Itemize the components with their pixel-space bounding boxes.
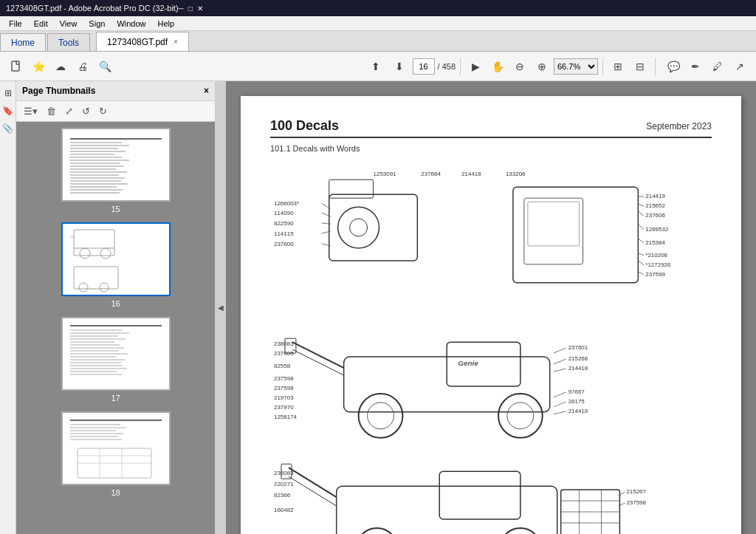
thumbnail-item[interactable]: 17 <box>61 317 171 403</box>
zoom-out-btn[interactable]: ⊖ <box>509 56 530 77</box>
menu-window[interactable]: Window <box>111 16 151 30</box>
fit-width-btn[interactable]: ⊟ <box>630 56 650 77</box>
pdf-header: 100 Decals September 2023 <box>270 118 712 138</box>
open-btn[interactable]: ☁ <box>50 56 71 77</box>
maximize-btn[interactable]: □ <box>188 4 193 13</box>
tab-document[interactable]: 1273408GT.pdf × <box>96 32 189 51</box>
menu-sign[interactable]: Sign <box>83 16 111 30</box>
thumbnail-label-17: 17 <box>111 394 120 403</box>
layers-icon[interactable]: ⊞ <box>1 86 16 100</box>
svg-rect-21 <box>63 222 169 296</box>
share-btn[interactable]: ↗ <box>729 56 750 77</box>
svg-text:82558: 82558 <box>274 363 291 369</box>
hand-tool-btn[interactable]: ✋ <box>487 56 508 77</box>
page-number-input[interactable] <box>413 58 435 75</box>
sidebar-undo-btn[interactable]: ↺ <box>79 104 93 118</box>
main-content: ⊞ 🔖 📎 Page Thumbnails × ☰▾ 🗑 ⤢ ↺ ↻ <box>0 81 756 534</box>
svg-point-133 <box>357 528 398 534</box>
sidebar-header: Page Thumbnails × <box>16 81 215 101</box>
svg-line-91 <box>638 204 644 206</box>
svg-line-100 <box>292 342 344 368</box>
svg-rect-80 <box>524 198 583 264</box>
svg-line-123 <box>554 359 566 364</box>
next-page-btn[interactable]: ⬇ <box>389 56 410 77</box>
menu-help[interactable]: Help <box>152 16 181 30</box>
sidebar-extract-btn[interactable]: ⤢ <box>62 104 76 118</box>
thumbnail-item[interactable]: 18 <box>61 411 171 497</box>
svg-text:237601: 237601 <box>568 344 588 351</box>
bookmark-btn[interactable]: ⭐ <box>28 56 49 77</box>
thumbnail-item[interactable]: 16 <box>61 222 171 308</box>
sidebar-close-btn[interactable]: × <box>204 86 209 96</box>
svg-text:238083: 238083 <box>274 340 294 347</box>
svg-text:236083: 236083 <box>274 470 294 476</box>
new-file-btn[interactable] <box>6 56 27 77</box>
svg-text:214418: 214418 <box>568 365 588 372</box>
pdf-date: September 2023 <box>646 121 712 131</box>
svg-line-131 <box>289 476 337 506</box>
separator-3 <box>655 58 656 75</box>
svg-point-63 <box>350 219 368 236</box>
zoom-in-btn[interactable]: ⊕ <box>532 56 552 77</box>
search-btn[interactable]: 🔍 <box>94 56 115 77</box>
sidebar-delete-btn[interactable]: 🗑 <box>44 104 59 118</box>
fit-page-btn[interactable]: ⊞ <box>608 56 628 77</box>
svg-text:82366: 82366 <box>274 492 291 499</box>
zoom-select[interactable]: 66.7% 50% 75% 100% 125% 150% <box>554 58 598 75</box>
comment-btn[interactable]: 💬 <box>663 56 684 77</box>
svg-text:237684: 237684 <box>421 171 441 177</box>
svg-text:237598: 237598 <box>626 499 646 506</box>
svg-line-125 <box>554 392 566 397</box>
toolbar: ⭐ ☁ 🖨 🔍 ⬆ ⬇ / 458 ▶ ✋ ⊖ ⊕ 66.7% 50% 75% … <box>0 52 756 81</box>
attach-icon[interactable]: 📎 <box>1 121 16 136</box>
sidebar-collapse-handle[interactable]: ◀ <box>216 81 226 534</box>
svg-text:160482: 160482 <box>274 507 294 513</box>
pointer-tool-btn[interactable]: ▶ <box>465 56 486 77</box>
svg-line-130 <box>289 468 337 497</box>
svg-text:*1272926: *1272926 <box>645 261 671 268</box>
bookmarks-icon[interactable]: 🔖 <box>1 103 16 118</box>
minimize-btn[interactable]: ─ <box>179 4 184 13</box>
close-btn[interactable]: ✕ <box>197 4 203 13</box>
highlight-btn[interactable]: 🖊 <box>707 56 728 77</box>
print-btn[interactable]: 🖨 <box>72 56 93 77</box>
svg-rect-81 <box>528 202 580 246</box>
svg-text:*210208: *210208 <box>645 252 667 259</box>
prev-page-btn[interactable]: ⬆ <box>365 56 386 77</box>
svg-text:237605: 237605 <box>274 350 294 357</box>
pdf-diagram-1: 1266003* 114090 822590 114115 237600 125… <box>270 165 712 312</box>
thumbnail-frame-18[interactable] <box>61 411 171 485</box>
pdf-page: 100 Decals September 2023 101.1 Decals w… <box>241 96 741 534</box>
thumbnail-frame-17[interactable] <box>61 317 171 391</box>
svg-rect-0 <box>12 61 19 71</box>
tab-close-btn[interactable]: × <box>173 38 178 46</box>
menu-edit[interactable]: Edit <box>28 16 54 30</box>
thumbnail-item[interactable]: 15 <box>61 128 171 213</box>
menu-view[interactable]: View <box>54 16 83 30</box>
pdf-viewer[interactable]: 100 Decals September 2023 101.1 Decals w… <box>226 81 756 534</box>
svg-text:214418: 214418 <box>568 408 588 414</box>
menu-file[interactable]: File <box>3 16 28 30</box>
title-bar-controls: ─ □ ✕ <box>179 4 203 13</box>
svg-line-127 <box>554 411 566 414</box>
svg-text:237970: 237970 <box>274 404 294 411</box>
thumbnail-preview-18 <box>63 411 169 485</box>
thumbnail-preview-16 <box>63 222 169 296</box>
sidebar-redo-btn[interactable]: ↻ <box>96 104 110 118</box>
thumbnail-frame-15[interactable] <box>61 128 171 202</box>
pen-btn[interactable]: ✒ <box>685 56 706 77</box>
svg-text:1258174: 1258174 <box>274 414 298 420</box>
tab-tools[interactable]: Tools <box>47 33 90 51</box>
left-icon-panel: ⊞ 🔖 📎 <box>0 81 16 534</box>
svg-line-122 <box>554 348 566 353</box>
svg-text:1266003*: 1266003* <box>274 200 299 207</box>
tab-home[interactable]: Home <box>0 33 46 51</box>
page-total: / 458 <box>438 62 456 71</box>
svg-text:237598: 237598 <box>274 375 294 382</box>
sidebar-menu-btn[interactable]: ☰▾ <box>21 104 41 118</box>
svg-text:220271: 220271 <box>274 481 294 487</box>
thumbnails-container: 15 <box>16 122 215 534</box>
thumbnail-frame-16[interactable] <box>61 222 171 296</box>
svg-line-97 <box>638 272 644 275</box>
right-toolbar: 💬 ✒ 🖊 ↗ <box>663 56 750 77</box>
